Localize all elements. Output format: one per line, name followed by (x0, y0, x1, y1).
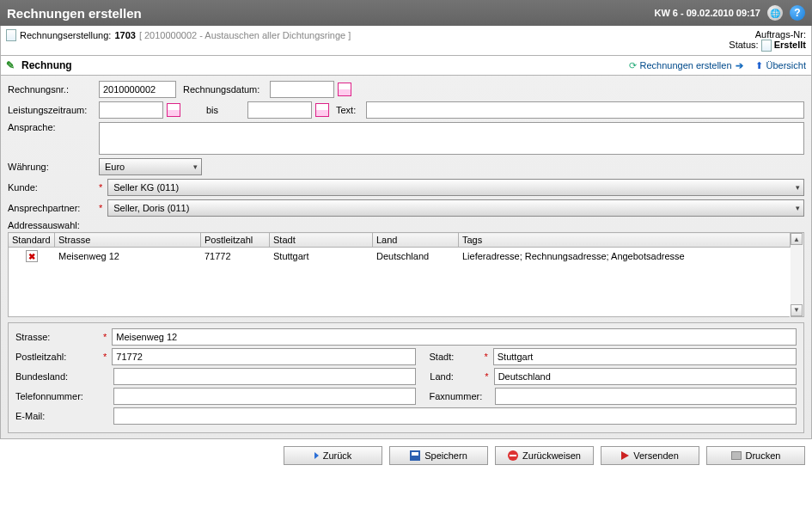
text-input[interactable] (366, 101, 804, 119)
print-button[interactable]: Drucken (706, 446, 805, 465)
zip-label: Postleitzahl: (15, 352, 100, 362)
footer-toolbar: Zurück Speichern Zurückweisen Versenden … (0, 439, 812, 472)
status-document-icon (761, 40, 772, 52)
salutation-label: Ansprache: (8, 122, 95, 132)
link-create-invoices-label: Rechnungen erstellen (640, 60, 732, 70)
scroll-up-icon[interactable]: ▲ (791, 233, 803, 245)
salutation-input[interactable] (99, 122, 804, 155)
col-country[interactable]: Land (373, 233, 459, 248)
city-input[interactable] (493, 348, 797, 365)
col-tags[interactable]: Tags (459, 233, 791, 248)
cell-tags: Lieferadresse; Rechnungsadresse; Angebot… (459, 248, 791, 266)
email-label: E-Mail: (15, 411, 100, 421)
invoice-date-input[interactable] (270, 81, 334, 98)
arrow-right-icon: ➔ (736, 60, 743, 71)
cell-street: Meisenweg 12 (55, 248, 201, 266)
send-button-label: Versenden (633, 450, 679, 461)
address-detail-form: Strasse: * Postleitzahl: * Stadt: * Bund… (8, 322, 804, 433)
calendar-icon[interactable] (338, 83, 351, 96)
country-label: Land: (419, 371, 481, 382)
status-value: Erstellt (774, 40, 806, 50)
state-label: Bundesland: (15, 371, 100, 382)
calendar-icon[interactable] (315, 103, 329, 117)
order-no-label: Auftrags-Nr: (755, 29, 806, 40)
reject-icon (508, 450, 518, 461)
print-button-label: Drucken (746, 450, 781, 461)
state-input[interactable] (113, 368, 416, 385)
zip-input[interactable] (112, 348, 415, 365)
breadcrumb-bar: Rechnungserstellung: 1703 [ 2010000002 -… (0, 26, 812, 56)
address-select-label: Addressauswahl: (8, 220, 804, 230)
breadcrumb-number: 1703 (114, 30, 135, 40)
help-icon[interactable]: ? (790, 5, 805, 21)
col-street[interactable]: Strasse (55, 233, 201, 248)
city-label: Stadt: (419, 352, 481, 362)
customer-value: Seller KG (011) (113, 182, 179, 193)
contact-label: Ansprechpartner: (8, 203, 95, 213)
send-button[interactable]: Versenden (601, 446, 699, 465)
currency-select[interactable]: Euro (99, 158, 202, 175)
back-button-label: Zurück (323, 450, 352, 461)
phone-input[interactable] (113, 388, 416, 405)
send-icon (621, 451, 629, 460)
scroll-down-icon[interactable]: ▼ (791, 304, 803, 316)
customer-select[interactable]: Seller KG (011) (107, 179, 804, 196)
page-title: Rechnungen erstellen (7, 6, 142, 21)
kw-date: KW 6 - 09.02.2010 09:17 (654, 8, 760, 18)
col-standard[interactable]: Standard (9, 233, 55, 248)
cell-country: Deutschland (373, 248, 459, 266)
country-input[interactable] (494, 368, 797, 385)
calendar-icon[interactable] (167, 103, 180, 117)
status-label: Status: (729, 40, 758, 50)
contact-value: Seller, Doris (011) (113, 203, 189, 213)
invoice-no-label: Rechnungsnr.: (8, 84, 95, 95)
print-icon (731, 451, 742, 460)
currency-label: Währung: (8, 162, 95, 172)
link-create-invoices[interactable]: ⟳ Rechnungen erstellen ➔ (629, 60, 743, 71)
section-title-text: Rechnung (21, 59, 72, 71)
back-button[interactable]: Zurück (284, 446, 382, 465)
save-button-label: Speichern (424, 450, 467, 461)
section-header: ✎ Rechnung ⟳ Rechnungen erstellen ➔ ⬆ Üb… (0, 56, 812, 76)
cell-zip: 71772 (201, 248, 270, 266)
save-button[interactable]: Speichern (389, 446, 488, 465)
col-city[interactable]: Stadt (270, 233, 373, 248)
period-from-input[interactable] (99, 101, 163, 119)
invoice-date-label: Rechnungsdatum: (180, 84, 266, 95)
invoice-no-input[interactable] (99, 81, 176, 98)
street-label: Strasse: (15, 332, 100, 342)
link-overview-label: Übersicht (766, 60, 806, 70)
email-input[interactable] (113, 407, 797, 425)
breadcrumb-label: Rechnungserstellung: (20, 30, 111, 40)
globe-icon[interactable]: 🌐 (767, 5, 783, 21)
col-zip[interactable]: Postleitzahl (201, 233, 270, 248)
table-row[interactable]: ✖ Meisenweg 12 71772 Stuttgart Deutschla… (9, 248, 791, 266)
table-scrollbar[interactable]: ▲ ▼ (791, 232, 804, 317)
street-input[interactable] (112, 328, 797, 346)
app-header: Rechnungen erstellen KW 6 - 09.02.2010 0… (0, 0, 812, 26)
breadcrumb-desc: [ 2010000002 - Austauschen aller Dichtun… (139, 30, 351, 40)
fax-label: Faxnummer: (419, 391, 481, 401)
period-label: Leistungszeitraum: (8, 105, 95, 115)
link-overview[interactable]: ⬆ Übersicht (755, 60, 806, 71)
currency-value: Euro (105, 162, 125, 172)
arrow-up-icon: ⬆ (755, 60, 763, 71)
back-icon (314, 452, 319, 459)
delete-row-icon[interactable]: ✖ (26, 250, 38, 262)
required-mark: * (99, 203, 104, 213)
period-to-input[interactable] (247, 101, 312, 119)
contact-select[interactable]: Seller, Doris (011) (107, 199, 804, 217)
address-table: Standard Strasse Postleitzahl Stadt Land… (8, 232, 791, 317)
save-icon (410, 450, 420, 461)
customer-label: Kunde: (8, 182, 95, 193)
phone-label: Telefonnummer: (15, 391, 100, 401)
form-panel: Rechnungsnr.: Rechnungsdatum: Leistungsz… (0, 76, 812, 439)
required-mark: * (99, 182, 104, 193)
document-icon (6, 29, 16, 41)
cell-city: Stuttgart (270, 248, 373, 266)
reject-button[interactable]: Zurückweisen (495, 446, 594, 465)
fax-input[interactable] (495, 388, 797, 405)
text-label: Text: (333, 105, 363, 115)
period-to-label: bis (184, 105, 244, 115)
edit-icon: ✎ (6, 59, 18, 71)
